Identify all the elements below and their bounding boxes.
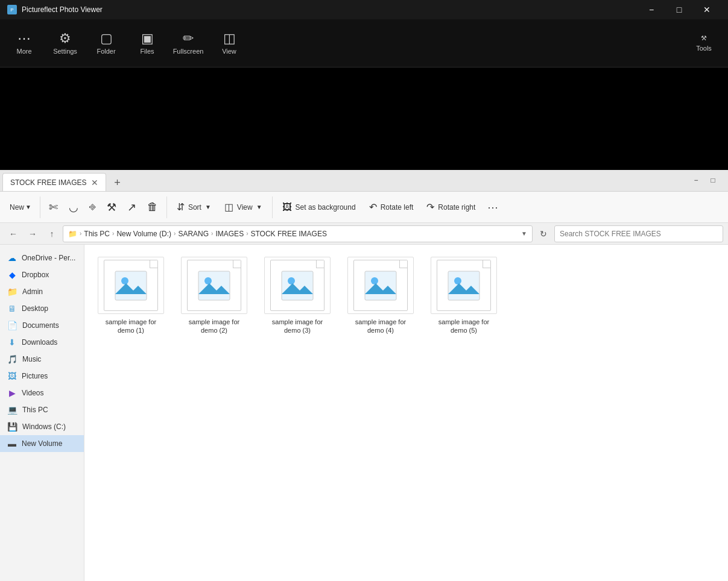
share-icon: ↗	[127, 201, 136, 214]
rotate-right-icon: ↷	[426, 201, 434, 213]
sidebar-item-thispc[interactable]: 💻 This PC	[0, 401, 84, 418]
active-tab[interactable]: STOCK FREE IMAGES ✕	[2, 173, 106, 191]
sidebar-item-videos[interactable]: ▶ Videos	[0, 385, 84, 401]
videos-icon: ▶	[7, 388, 17, 398]
onedrive-icon: ☁	[7, 253, 17, 263]
documents-icon: 📄	[7, 321, 17, 330]
sidebar-item-music[interactable]: 🎵 Music	[0, 351, 84, 368]
explorer-maximize-button[interactable]: □	[705, 172, 721, 188]
image-display-area	[0, 68, 728, 170]
file-name-1: sample image for demo (1)	[97, 318, 165, 335]
path-images: IMAGES	[215, 230, 244, 238]
title-bar: P Pictureflect Photo Viewer − □ ✕	[0, 0, 728, 19]
files-toolbar-button[interactable]: ▣ Files	[128, 22, 166, 65]
file-page-5	[437, 260, 491, 311]
up-button[interactable]: ↑	[43, 225, 60, 242]
path-sep-2: ›	[174, 230, 176, 237]
rename-ribbon-button[interactable]: ⚒	[102, 194, 121, 221]
svg-point-13	[454, 277, 461, 284]
back-button[interactable]: ←	[5, 225, 22, 242]
close-button[interactable]: ✕	[693, 0, 721, 19]
tools-icon: ⚒	[701, 34, 707, 42]
cut-ribbon-button[interactable]: ✄	[44, 194, 63, 221]
music-icon: 🎵	[7, 354, 17, 364]
path-sep-3: ›	[211, 230, 213, 237]
tab-bar: STOCK FREE IMAGES ✕ + − □	[0, 170, 728, 192]
view-icon: ◫	[223, 32, 236, 45]
sidebar-dropbox-label: Dropbox	[22, 271, 49, 279]
minimize-button[interactable]: −	[638, 0, 665, 19]
sidebar-item-admin[interactable]: 📁 Admin	[0, 283, 84, 300]
sidebar-item-new-volume[interactable]: ▬ New Volume	[0, 435, 84, 452]
sidebar-item-documents[interactable]: 📄 Documents	[0, 317, 84, 334]
maximize-button[interactable]: □	[665, 0, 693, 19]
refresh-button[interactable]: ↻	[535, 225, 552, 242]
file-image-icon-2	[197, 270, 231, 301]
set-background-ribbon-button[interactable]: 🖼 Set as background	[276, 198, 362, 216]
file-name-3: sample image for demo (3)	[263, 318, 332, 335]
sidebar-item-downloads[interactable]: ⬇ Downloads	[0, 334, 84, 351]
path-sep-4: ›	[246, 230, 248, 237]
forward-button[interactable]: →	[24, 225, 41, 242]
sidebar-item-onedrive[interactable]: ☁ OneDrive - Per...	[0, 250, 84, 266]
rename-icon: ⚒	[107, 201, 116, 214]
sidebar-documents-label: Documents	[22, 321, 59, 330]
rotate-right-label: Rotate right	[438, 203, 475, 212]
settings-label: Settings	[53, 48, 77, 55]
svg-point-7	[288, 277, 295, 284]
list-item[interactable]: sample image for demo (3)	[258, 252, 337, 340]
sidebar-music-label: Music	[22, 355, 41, 363]
sidebar-item-windows-c[interactable]: 💾 Windows (C:)	[0, 418, 84, 435]
new-ribbon-button[interactable]: New ▼	[5, 199, 36, 215]
more-toolbar-button[interactable]: ⋯ More	[5, 22, 43, 65]
paste-ribbon-button[interactable]: ⎆	[84, 194, 101, 221]
explorer-area: STOCK FREE IMAGES ✕ + − □ New ▼ ✄ ◡ ⎆ ⚒ …	[0, 170, 728, 581]
tools-toolbar-button[interactable]: ⚒ Tools	[685, 22, 723, 65]
new-ribbon-label: New	[10, 203, 24, 212]
files-label: Files	[140, 48, 154, 55]
ribbon-separator-1	[40, 196, 40, 218]
list-item[interactable]: sample image for demo (1)	[92, 252, 170, 340]
svg-point-4	[204, 277, 212, 284]
list-item[interactable]: sample image for demo (4)	[341, 252, 420, 340]
sidebar-admin-label: Admin	[22, 287, 43, 296]
ribbon-more-button[interactable]: ⋯	[483, 198, 503, 216]
list-item[interactable]: sample image for demo (5)	[425, 252, 503, 340]
sidebar-item-dropbox[interactable]: ◆ Dropbox	[0, 266, 84, 283]
sidebar-thispc-label: This PC	[22, 406, 48, 414]
sidebar-item-desktop[interactable]: 🖥 Desktop	[0, 300, 84, 317]
file-image-icon-3	[280, 270, 314, 301]
view-toolbar-button[interactable]: ◫ View	[210, 22, 248, 65]
sort-ribbon-button[interactable]: ⇵ Sort ▼	[171, 198, 217, 216]
tab-close-button[interactable]: ✕	[91, 178, 98, 187]
list-item[interactable]: sample image for demo (2)	[175, 252, 253, 340]
file-page-3	[270, 260, 324, 311]
svg-rect-9	[365, 271, 396, 300]
path-sarang: SARANG	[178, 230, 209, 238]
file-image-icon-4	[364, 270, 397, 301]
explorer-minimize-button[interactable]: −	[688, 172, 704, 188]
sidebar-item-pictures[interactable]: 🖼 Pictures	[0, 368, 84, 385]
delete-icon: 🗑	[147, 201, 158, 213]
view-ribbon-button[interactable]: ◫ View ▼	[218, 198, 268, 216]
fullscreen-toolbar-button[interactable]: ✏ Fullscreen	[169, 22, 207, 65]
file-name-4: sample image for demo (4)	[346, 318, 415, 335]
view-dropdown-icon: ▼	[256, 204, 262, 210]
copy-ribbon-button[interactable]: ◡	[64, 194, 83, 221]
address-path[interactable]: 📁 › This PC › New Volume (D:) › SARANG ›…	[63, 225, 533, 242]
search-input[interactable]	[554, 225, 723, 242]
file-image-icon-1	[114, 270, 148, 301]
settings-toolbar-button[interactable]: ⚙ Settings	[46, 22, 84, 65]
app-icon: P	[7, 5, 17, 14]
sidebar-desktop-label: Desktop	[22, 304, 48, 313]
sidebar: ☁ OneDrive - Per... ◆ Dropbox 📁 Admin 🖥 …	[0, 245, 84, 581]
copy-icon: ◡	[69, 201, 78, 214]
folder-toolbar-button[interactable]: ▢ Folder	[87, 22, 125, 65]
view-ribbon-label: View	[237, 203, 253, 212]
share-ribbon-button[interactable]: ↗	[122, 194, 141, 221]
rotate-left-ribbon-button[interactable]: ↶ Rotate left	[363, 198, 420, 216]
rotate-right-ribbon-button[interactable]: ↷ Rotate right	[420, 198, 481, 216]
new-tab-button[interactable]: +	[109, 174, 125, 191]
delete-ribbon-button[interactable]: 🗑	[142, 194, 163, 221]
svg-point-1	[121, 277, 128, 284]
